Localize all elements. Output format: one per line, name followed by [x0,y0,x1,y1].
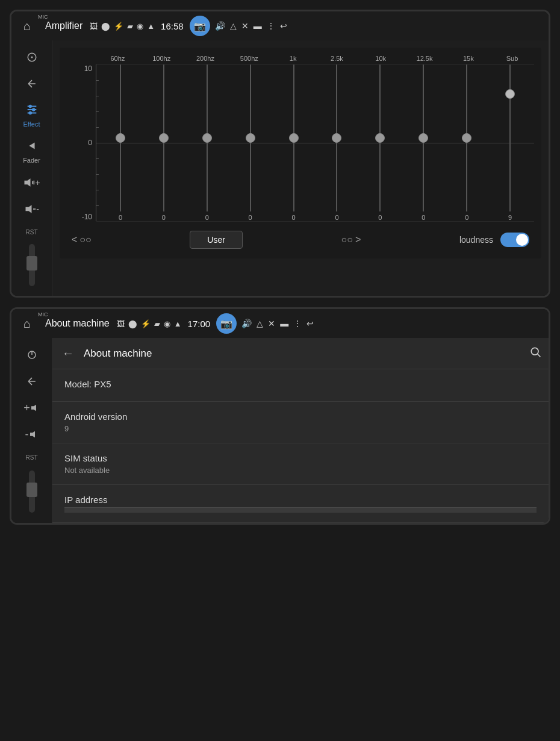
eq-val-500hz: 0 [249,214,252,221]
eq-channel-12.5k[interactable]: 0 [402,64,445,221]
vol-up-button-2[interactable]: + [16,396,48,420]
effect-icon [25,103,39,119]
volume-icon-1[interactable]: 🔊 [215,21,225,31]
eq-main-content: 60hz 100hz 200hz 500hz 1k 2.5k 10k 12.5k… [52,40,549,296]
vol-down-button-2[interactable]: - [16,422,48,446]
eq-thumb-1k[interactable] [289,133,299,143]
eq-channel-500hz[interactable]: 0 [229,64,272,221]
home-button-2[interactable]: ⌂ [16,313,38,334]
eq-channel-sub[interactable]: 9 [488,64,532,221]
eq-channel-60hz[interactable]: 0 [99,64,142,221]
battery-icon-2: ▰ [154,319,160,328]
eq-thumb-200hz[interactable] [202,133,212,143]
power-button[interactable] [16,45,48,69]
svg-point-4 [29,105,31,107]
eq-channel-15k[interactable]: 0 [445,64,488,221]
svg-marker-7 [29,142,34,149]
back-icon-2[interactable]: ↩ [306,319,314,328]
android-version-label: Android version [64,411,537,422]
home-button-1[interactable]: ⌂ [16,15,38,37]
svg-point-5 [32,108,34,111]
eq-track-1k[interactable] [293,64,294,211]
eq-channel-200hz[interactable]: 0 [185,64,229,221]
svg-point-0 [31,57,33,58]
eq-track-200hz[interactable] [207,64,208,211]
vol-down-button[interactable]: - [16,197,48,221]
eq-thumb-500hz[interactable] [246,133,255,143]
svg-marker-12 [26,205,32,213]
back-icon-1[interactable]: ↩ [280,21,287,31]
effect-label: Effect [23,120,40,128]
side-slider-container[interactable] [29,244,35,286]
time-display-2: 17:00 [188,319,211,329]
more-icon-1[interactable]: ⋮ [267,21,275,31]
about-item-android: Android version 9 [52,402,549,443]
eq-thumb-sub[interactable] [505,89,515,99]
eq-thumb-12.5k[interactable] [418,133,428,143]
svg-point-18 [531,348,538,355]
about-header: ← About machine [52,338,549,369]
eq-track-60hz[interactable] [120,64,121,211]
eq-track-500hz[interactable] [250,64,251,211]
dot-icon: ⬤ [101,22,110,31]
side-slider-thumb [26,256,37,270]
side-slider-container-2[interactable] [29,469,35,513]
app-title-2: About machine [45,318,110,329]
camera-button-2[interactable]: 📷 [216,313,237,334]
eq-track-10k[interactable] [379,64,381,211]
eq-preset-button[interactable]: User [190,231,243,249]
back-button-side-2[interactable] [16,369,48,393]
freq-label-500hz: 500hz [227,55,271,62]
eq-val-12.5k: 0 [422,214,425,221]
eq-track-15k[interactable] [466,64,467,211]
eq-channel-100hz[interactable]: 0 [142,64,185,221]
eq-y-10: 10 [84,64,92,73]
effect-button[interactable]: Effect [16,98,48,132]
loudness-toggle[interactable] [500,233,529,247]
eq-thumb-100hz[interactable] [159,133,169,143]
eq-thumb-60hz[interactable] [116,133,125,143]
side-panel-2: + - RST [11,338,52,523]
location-icon: ◉ [137,22,143,31]
camera-button-1[interactable]: 📷 [190,16,210,36]
eq-thumb-15k[interactable] [462,133,471,143]
eq-nav-left[interactable]: < ○○ [72,234,92,245]
side-volume-slider[interactable] [29,244,35,286]
eq-thumb-2.5k[interactable] [332,133,341,143]
close-icon-1[interactable]: ✕ [241,21,249,31]
eq-y-neg10: -10 [82,213,92,221]
about-back-button[interactable]: ← [60,344,76,363]
side-volume-slider-2[interactable] [29,471,35,513]
eq-track-sub[interactable] [509,64,511,211]
time-display-1: 16:58 [161,21,184,31]
eq-nav-right[interactable]: ○○ > [341,234,361,245]
eq-channel-1k[interactable]: 0 [272,64,316,221]
eq-thumb-10k[interactable] [375,133,385,143]
eq-track-12.5k[interactable] [423,64,424,211]
back-button-side[interactable] [16,72,48,96]
freq-label-10k: 10k [359,55,403,62]
vol-up-button[interactable]: + [16,170,48,195]
eq-bottom-bar: < ○○ User ○○ > loudness [67,228,534,251]
minus-icon[interactable]: ▬ [254,21,262,31]
eq-channel-10k[interactable]: 0 [358,64,402,221]
eq-channel-2.5k[interactable]: 0 [316,64,359,221]
image-icon-2: 🖼 [117,319,125,328]
wifi-icon-2: ▲ [174,319,182,328]
more-icon-2[interactable]: ⋮ [293,319,302,328]
eq-track-100hz[interactable] [163,64,164,211]
eq-track-2.5k[interactable] [336,64,337,211]
ip-address-value [64,507,537,513]
fader-button[interactable]: Fader [16,134,48,168]
triangle-icon-2[interactable]: △ [257,319,263,328]
about-machine-content: ← About machine Model: PX5 Android ver [52,338,549,523]
minus-icon-2[interactable]: ▬ [280,319,288,328]
about-search-button[interactable] [529,346,541,361]
power-button-2[interactable] [16,343,48,367]
eq-val-100hz: 0 [162,214,166,221]
triangle-icon[interactable]: △ [230,21,237,31]
side-slider-thumb-2 [26,483,37,497]
volume-icon-2[interactable]: 🔊 [241,319,252,328]
nav-right-chevron: > [355,234,361,245]
close-icon-2[interactable]: ✕ [268,319,275,328]
